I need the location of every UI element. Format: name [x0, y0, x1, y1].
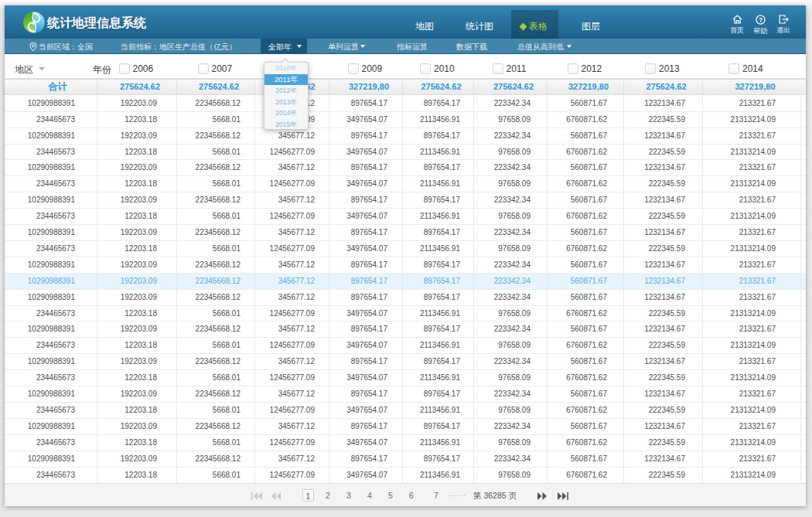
svg-text:?: ?: [758, 16, 762, 24]
